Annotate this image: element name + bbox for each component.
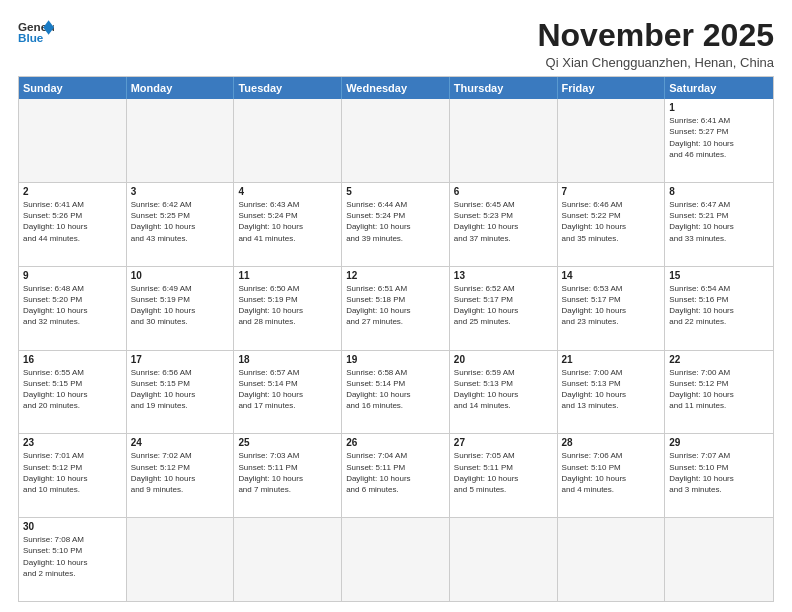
location: Qi Xian Chengguanzhen, Henan, China xyxy=(537,55,774,70)
day-number: 15 xyxy=(669,270,769,281)
sun-info: Sunrise: 6:57 AM Sunset: 5:14 PM Dayligh… xyxy=(238,367,337,412)
day-header-wednesday: Wednesday xyxy=(342,77,450,99)
day-number: 5 xyxy=(346,186,445,197)
logo: General Blue xyxy=(18,18,54,46)
day-cell xyxy=(342,518,450,601)
day-cell xyxy=(450,99,558,182)
sun-info: Sunrise: 6:48 AM Sunset: 5:20 PM Dayligh… xyxy=(23,283,122,328)
day-number: 10 xyxy=(131,270,230,281)
title-block: November 2025 Qi Xian Chengguanzhen, Hen… xyxy=(537,18,774,70)
sun-info: Sunrise: 7:04 AM Sunset: 5:11 PM Dayligh… xyxy=(346,450,445,495)
day-number: 4 xyxy=(238,186,337,197)
sun-info: Sunrise: 6:41 AM Sunset: 5:26 PM Dayligh… xyxy=(23,199,122,244)
day-cell: 4Sunrise: 6:43 AM Sunset: 5:24 PM Daylig… xyxy=(234,183,342,266)
sun-info: Sunrise: 6:45 AM Sunset: 5:23 PM Dayligh… xyxy=(454,199,553,244)
header: General Blue November 2025 Qi Xian Cheng… xyxy=(18,18,774,70)
day-cell: 29Sunrise: 7:07 AM Sunset: 5:10 PM Dayli… xyxy=(665,434,773,517)
sun-info: Sunrise: 6:58 AM Sunset: 5:14 PM Dayligh… xyxy=(346,367,445,412)
day-number: 6 xyxy=(454,186,553,197)
day-cell: 10Sunrise: 6:49 AM Sunset: 5:19 PM Dayli… xyxy=(127,267,235,350)
day-header-sunday: Sunday xyxy=(19,77,127,99)
sun-info: Sunrise: 7:07 AM Sunset: 5:10 PM Dayligh… xyxy=(669,450,769,495)
day-number: 2 xyxy=(23,186,122,197)
day-cell: 6Sunrise: 6:45 AM Sunset: 5:23 PM Daylig… xyxy=(450,183,558,266)
day-cell xyxy=(127,99,235,182)
day-cell: 11Sunrise: 6:50 AM Sunset: 5:19 PM Dayli… xyxy=(234,267,342,350)
day-number: 3 xyxy=(131,186,230,197)
day-header-thursday: Thursday xyxy=(450,77,558,99)
day-number: 13 xyxy=(454,270,553,281)
week-row-5: 23Sunrise: 7:01 AM Sunset: 5:12 PM Dayli… xyxy=(19,433,773,517)
week-row-1: 1Sunrise: 6:41 AM Sunset: 5:27 PM Daylig… xyxy=(19,99,773,182)
day-number: 11 xyxy=(238,270,337,281)
day-cell: 13Sunrise: 6:52 AM Sunset: 5:17 PM Dayli… xyxy=(450,267,558,350)
day-number: 9 xyxy=(23,270,122,281)
sun-info: Sunrise: 6:59 AM Sunset: 5:13 PM Dayligh… xyxy=(454,367,553,412)
day-number: 30 xyxy=(23,521,122,532)
day-number: 26 xyxy=(346,437,445,448)
day-cell: 7Sunrise: 6:46 AM Sunset: 5:22 PM Daylig… xyxy=(558,183,666,266)
sun-info: Sunrise: 6:47 AM Sunset: 5:21 PM Dayligh… xyxy=(669,199,769,244)
week-row-2: 2Sunrise: 6:41 AM Sunset: 5:26 PM Daylig… xyxy=(19,182,773,266)
day-number: 8 xyxy=(669,186,769,197)
day-number: 12 xyxy=(346,270,445,281)
day-cell: 12Sunrise: 6:51 AM Sunset: 5:18 PM Dayli… xyxy=(342,267,450,350)
week-row-6: 30Sunrise: 7:08 AM Sunset: 5:10 PM Dayli… xyxy=(19,517,773,601)
day-cell: 16Sunrise: 6:55 AM Sunset: 5:15 PM Dayli… xyxy=(19,351,127,434)
sun-info: Sunrise: 7:08 AM Sunset: 5:10 PM Dayligh… xyxy=(23,534,122,579)
day-cell xyxy=(234,99,342,182)
day-cell: 9Sunrise: 6:48 AM Sunset: 5:20 PM Daylig… xyxy=(19,267,127,350)
day-cell: 22Sunrise: 7:00 AM Sunset: 5:12 PM Dayli… xyxy=(665,351,773,434)
sun-info: Sunrise: 6:41 AM Sunset: 5:27 PM Dayligh… xyxy=(669,115,769,160)
day-cell xyxy=(342,99,450,182)
day-cell: 17Sunrise: 6:56 AM Sunset: 5:15 PM Dayli… xyxy=(127,351,235,434)
sun-info: Sunrise: 6:56 AM Sunset: 5:15 PM Dayligh… xyxy=(131,367,230,412)
day-cell: 1Sunrise: 6:41 AM Sunset: 5:27 PM Daylig… xyxy=(665,99,773,182)
day-cell xyxy=(665,518,773,601)
day-number: 14 xyxy=(562,270,661,281)
day-cell: 24Sunrise: 7:02 AM Sunset: 5:12 PM Dayli… xyxy=(127,434,235,517)
day-cell xyxy=(19,99,127,182)
sun-info: Sunrise: 6:52 AM Sunset: 5:17 PM Dayligh… xyxy=(454,283,553,328)
sun-info: Sunrise: 6:51 AM Sunset: 5:18 PM Dayligh… xyxy=(346,283,445,328)
sun-info: Sunrise: 6:43 AM Sunset: 5:24 PM Dayligh… xyxy=(238,199,337,244)
sun-info: Sunrise: 7:05 AM Sunset: 5:11 PM Dayligh… xyxy=(454,450,553,495)
sun-info: Sunrise: 6:46 AM Sunset: 5:22 PM Dayligh… xyxy=(562,199,661,244)
day-cell: 8Sunrise: 6:47 AM Sunset: 5:21 PM Daylig… xyxy=(665,183,773,266)
sun-info: Sunrise: 6:44 AM Sunset: 5:24 PM Dayligh… xyxy=(346,199,445,244)
day-number: 16 xyxy=(23,354,122,365)
sun-info: Sunrise: 6:54 AM Sunset: 5:16 PM Dayligh… xyxy=(669,283,769,328)
day-cell: 18Sunrise: 6:57 AM Sunset: 5:14 PM Dayli… xyxy=(234,351,342,434)
day-cell: 15Sunrise: 6:54 AM Sunset: 5:16 PM Dayli… xyxy=(665,267,773,350)
day-number: 20 xyxy=(454,354,553,365)
svg-text:Blue: Blue xyxy=(18,31,44,44)
day-cell xyxy=(127,518,235,601)
day-number: 21 xyxy=(562,354,661,365)
sun-info: Sunrise: 6:53 AM Sunset: 5:17 PM Dayligh… xyxy=(562,283,661,328)
day-header-saturday: Saturday xyxy=(665,77,773,99)
day-number: 23 xyxy=(23,437,122,448)
day-header-friday: Friday xyxy=(558,77,666,99)
sun-info: Sunrise: 6:42 AM Sunset: 5:25 PM Dayligh… xyxy=(131,199,230,244)
sun-info: Sunrise: 6:50 AM Sunset: 5:19 PM Dayligh… xyxy=(238,283,337,328)
sun-info: Sunrise: 7:01 AM Sunset: 5:12 PM Dayligh… xyxy=(23,450,122,495)
week-row-4: 16Sunrise: 6:55 AM Sunset: 5:15 PM Dayli… xyxy=(19,350,773,434)
sun-info: Sunrise: 6:55 AM Sunset: 5:15 PM Dayligh… xyxy=(23,367,122,412)
calendar: SundayMondayTuesdayWednesdayThursdayFrid… xyxy=(18,76,774,602)
sun-info: Sunrise: 7:02 AM Sunset: 5:12 PM Dayligh… xyxy=(131,450,230,495)
day-number: 22 xyxy=(669,354,769,365)
day-cell: 27Sunrise: 7:05 AM Sunset: 5:11 PM Dayli… xyxy=(450,434,558,517)
day-cell xyxy=(558,99,666,182)
day-cell: 2Sunrise: 6:41 AM Sunset: 5:26 PM Daylig… xyxy=(19,183,127,266)
day-cell xyxy=(450,518,558,601)
day-cell: 30Sunrise: 7:08 AM Sunset: 5:10 PM Dayli… xyxy=(19,518,127,601)
day-header-monday: Monday xyxy=(127,77,235,99)
day-cell: 25Sunrise: 7:03 AM Sunset: 5:11 PM Dayli… xyxy=(234,434,342,517)
day-cell: 26Sunrise: 7:04 AM Sunset: 5:11 PM Dayli… xyxy=(342,434,450,517)
sun-info: Sunrise: 7:00 AM Sunset: 5:12 PM Dayligh… xyxy=(669,367,769,412)
day-number: 27 xyxy=(454,437,553,448)
day-cell: 3Sunrise: 6:42 AM Sunset: 5:25 PM Daylig… xyxy=(127,183,235,266)
logo-icon: General Blue xyxy=(18,18,54,46)
day-number: 19 xyxy=(346,354,445,365)
day-cell: 20Sunrise: 6:59 AM Sunset: 5:13 PM Dayli… xyxy=(450,351,558,434)
